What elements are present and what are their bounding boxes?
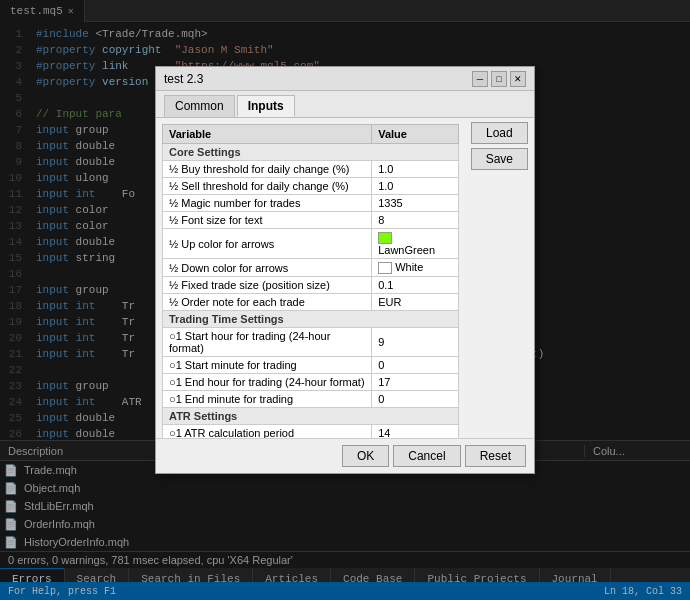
tab-common[interactable]: Common (164, 95, 235, 117)
cancel-button[interactable]: Cancel (393, 445, 460, 467)
table-row: ½ Magic number for trades 1335 (163, 195, 459, 212)
table-row: ○1 Start minute for trading 0 (163, 357, 459, 374)
modal-tabs: Common Inputs (156, 91, 534, 118)
table-row: ½ Buy threshold for daily change (%) 1.0 (163, 161, 459, 178)
modal-maximize[interactable]: □ (491, 71, 507, 87)
ok-button[interactable]: OK (342, 445, 389, 467)
reset-button[interactable]: Reset (465, 445, 526, 467)
section-core: Core Settings (163, 144, 459, 161)
modal-overlay: test 2.3 ─ □ ✕ Common Inputs Variable (0, 0, 690, 600)
col-variable: Variable (163, 125, 372, 144)
table-row: ○1 Start hour for trading (24-hour forma… (163, 328, 459, 357)
table-row: ½ Fixed trade size (position size) 0.1 (163, 277, 459, 294)
table-row: ½ Font size for text 8 (163, 212, 459, 229)
table-row: ○1 ATR calculation period 14 (163, 425, 459, 438)
modal-minimize[interactable]: ─ (472, 71, 488, 87)
table-row: ½ Up color for arrows LawnGreen (163, 229, 459, 259)
color-swatch-down (378, 262, 392, 274)
table-row: ○1 End hour for trading (24-hour format)… (163, 374, 459, 391)
footer-buttons: OK Cancel Reset (342, 445, 526, 467)
tab-inputs[interactable]: Inputs (237, 95, 295, 117)
save-button[interactable]: Save (471, 148, 528, 170)
section-atr: ATR Settings (163, 408, 459, 425)
col-value: Value (372, 125, 458, 144)
section-time: Trading Time Settings (163, 311, 459, 328)
modal-titlebar: test 2.3 ─ □ ✕ (156, 67, 534, 91)
table-row: ½ Sell threshold for daily change (%) 1.… (163, 178, 459, 195)
modal-footer: OK Cancel Reset (156, 438, 534, 473)
modal-side-buttons: Load Save (465, 118, 534, 438)
table-row: ½ Down color for arrows White (163, 259, 459, 277)
modal-close[interactable]: ✕ (510, 71, 526, 87)
modal-title: test 2.3 (164, 72, 203, 86)
modal-body[interactable]: Variable Value Core Settings ½ Buy thres… (156, 118, 465, 438)
table-row: ½ Order note for each trade EUR (163, 294, 459, 311)
load-button[interactable]: Load (471, 122, 528, 144)
params-table-area: Variable Value Core Settings ½ Buy thres… (156, 118, 465, 438)
modal-controls: ─ □ ✕ (472, 71, 526, 87)
modal-inner: Variable Value Core Settings ½ Buy thres… (156, 118, 534, 438)
table-row: ○1 End minute for trading 0 (163, 391, 459, 408)
color-swatch-up (378, 232, 392, 244)
params-table: Variable Value Core Settings ½ Buy thres… (162, 124, 459, 438)
modal-dialog: test 2.3 ─ □ ✕ Common Inputs Variable (155, 66, 535, 474)
